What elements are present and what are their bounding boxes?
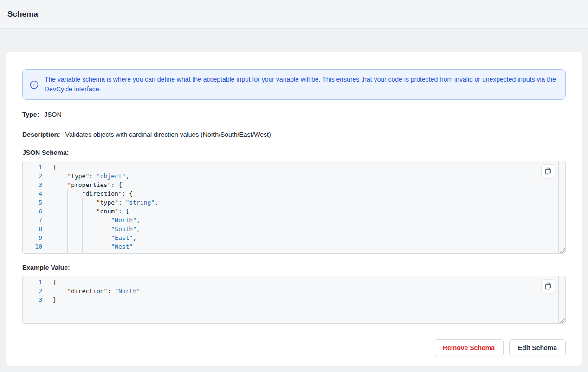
code-line-text: { [53,278,57,287]
code-line-text: "type": "object", [53,172,129,180]
copy-example-value-button[interactable] [541,279,555,293]
code-line: 9 "East", [23,233,565,242]
line-number: 4 [23,189,42,198]
resize-handle-icon[interactable] [559,317,565,323]
code-line: 2 "direction": "North" [23,287,565,295]
page-body: The variable schema is where you can def… [0,29,588,372]
code-lines: 1{2 "direction": "North"3} [23,276,565,304]
description-label: Description: [22,131,60,138]
code-line-text: "West" [53,242,133,251]
code-line: 3 "properties": { [23,180,565,189]
line-number: 9 [23,233,42,242]
code-line-text: "North", [53,216,140,224]
json-schema-label: JSON Schema: [22,149,566,156]
code-line-text: { [53,163,57,172]
actions-row: Remove Schema Edit Schema [22,339,566,356]
line-number: 2 [23,172,42,180]
line-number: 1 [23,278,42,287]
code-line: 3} [23,295,565,304]
edit-schema-button[interactable]: Edit Schema [509,339,566,356]
line-number: 1 [23,163,42,172]
code-line-text: "South", [53,224,140,233]
line-number: 2 [23,287,42,295]
line-number: 3 [23,180,42,189]
page-title: Schema [7,10,38,19]
code-line: 5 "type": "string", [23,198,565,207]
type-label: Type: [22,111,39,118]
example-value-editor[interactable]: 1{2 "direction": "North"3} [22,276,566,324]
schema-card: The variable schema is where you can def… [6,52,582,366]
code-line: 7 "North", [23,216,565,224]
type-value: JSON [44,111,61,118]
info-alert: The variable schema is where you can def… [22,69,566,100]
line-number: 7 [23,216,42,224]
editor-scroll-track [558,161,559,253]
code-line-text: "direction": { [53,189,133,198]
code-line-text: "properties": { [53,180,122,189]
description-value: Validates objects with cardinal directio… [65,131,271,138]
code-line: 1{ [23,163,565,172]
code-line-text: } [53,295,57,304]
code-line: 8 "South", [23,224,565,233]
line-number: 3 [23,295,42,304]
line-number: 10 [23,242,42,251]
description-field: Description: Validates objects with card… [22,131,566,139]
code-line: 1{ [23,278,565,287]
info-alert-text: The variable schema is where you can def… [45,75,558,94]
code-line: 10 "West" [23,242,565,251]
code-line: 11 ] [23,251,565,254]
page-header: Schema [0,0,588,29]
remove-schema-button[interactable]: Remove Schema [434,339,504,356]
info-circle-icon [30,80,39,89]
copy-json-schema-button[interactable] [541,164,555,178]
code-line-text: "type": "string", [53,198,158,207]
line-number: 5 [23,198,42,207]
line-number: 11 [23,251,42,254]
code-line-text: "East", [53,233,136,242]
type-field: Type: JSON [22,111,566,119]
code-line: 6 "enum": [ [23,207,565,216]
editor-scroll-track [558,276,559,323]
example-value-label: Example Value: [22,264,566,271]
copy-icon [544,282,552,290]
json-schema-editor[interactable]: 1{2 "type": "object",3 "properties": {4 … [22,161,566,254]
code-line: 2 "type": "object", [23,172,565,180]
code-line: 4 "direction": { [23,189,565,198]
code-line-text: "enum": [ [53,207,129,216]
code-lines: 1{2 "type": "object",3 "properties": {4 … [23,161,565,254]
line-number: 6 [23,207,42,216]
code-line-text: "direction": "North" [53,287,140,295]
code-line-text: ] [53,251,100,254]
copy-icon [544,167,552,175]
line-number: 8 [23,224,42,233]
